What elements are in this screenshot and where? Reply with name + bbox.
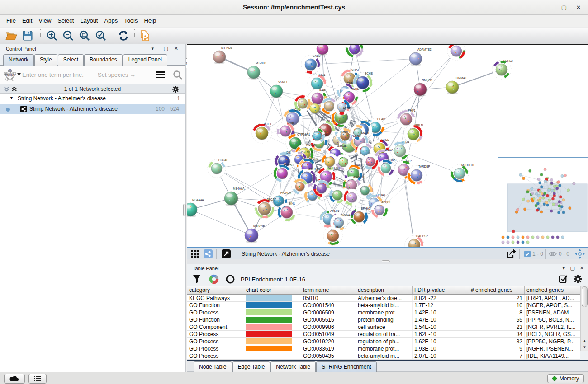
- string-share-button[interactable]: [204, 249, 213, 259]
- menu-help[interactable]: Help: [141, 15, 160, 26]
- gear-icon[interactable]: [574, 275, 582, 283]
- panel-menu-icon[interactable]: ▾: [562, 265, 565, 271]
- node-label: ACHE: [351, 87, 360, 90]
- network-collection-row[interactable]: ▼ String Network - Alzheimer's disease 1: [0, 94, 185, 104]
- table-row[interactable]: GO ProcessGO:0033619membrane prot...1.93…: [187, 345, 580, 352]
- column-header-FDR-p-value[interactable]: FDR p-value: [413, 286, 469, 294]
- divider-grip[interactable]: [382, 260, 390, 262]
- panel-float-icon[interactable]: ▢: [164, 46, 168, 52]
- table-row[interactable]: GO ComponentGO:0009986cell surface1.54E-…: [187, 323, 580, 331]
- title-bar[interactable]: Session: /tmp/enrichmentTest.cys — ▢ ✕: [0, 0, 588, 15]
- refresh-button[interactable]: [116, 29, 131, 42]
- table-row[interactable]: GO ProcessGO:0051049regulation of tra...…: [187, 331, 580, 338]
- select-columns-icon[interactable]: [559, 275, 568, 283]
- network-node[interactable]: [409, 52, 422, 66]
- zoom-fit-button[interactable]: [77, 29, 92, 42]
- string-logo-icon[interactable]: STRING: [3, 68, 17, 82]
- panel-close-icon[interactable]: ✕: [580, 265, 584, 271]
- network-node[interactable]: [310, 103, 320, 114]
- menu-file[interactable]: File: [3, 15, 19, 26]
- zoom-out-button[interactable]: [61, 29, 76, 42]
- column-header-chart-color[interactable]: chart color: [244, 286, 301, 294]
- network-node[interactable]: [224, 192, 238, 206]
- selected-count-label: 1 - 0: [532, 251, 543, 257]
- tab-edge-table[interactable]: Edge Table: [232, 361, 270, 373]
- birdseye-viewport[interactable]: [507, 184, 587, 232]
- close-button[interactable]: ✕: [575, 4, 582, 11]
- menu-view[interactable]: View: [35, 15, 54, 26]
- cloud-button[interactable]: [4, 374, 25, 384]
- maximize-button[interactable]: ▢: [560, 4, 568, 11]
- network-node[interactable]: [213, 51, 226, 64]
- string-options-button[interactable]: [156, 71, 165, 78]
- table-row[interactable]: GO FunctionGO:0001540beta-amyloid bi...1…: [187, 302, 580, 309]
- string-search-icon[interactable]: [173, 70, 183, 80]
- tab-string-enrichment[interactable]: STRING Enrichment: [316, 361, 376, 373]
- chevron-down-icon[interactable]: [17, 73, 21, 75]
- open-session-button[interactable]: [4, 29, 19, 42]
- column-header-description[interactable]: description: [356, 286, 413, 294]
- panel-float-icon[interactable]: ▢: [570, 265, 575, 271]
- scroll-up-button[interactable]: ▲: [581, 338, 588, 344]
- column-header--enriched-genes[interactable]: # enriched genes: [469, 286, 525, 294]
- zoom-in-button[interactable]: [45, 29, 59, 42]
- horizontal-divider[interactable]: [187, 259, 588, 264]
- network-node[interactable]: [270, 85, 283, 98]
- menu-tools[interactable]: Tools: [121, 15, 141, 26]
- table-row[interactable]: KEGG Pathways05010Alzheimer's dise...8.8…: [187, 295, 580, 302]
- tab-node-table[interactable]: Node Table: [194, 361, 232, 373]
- network-row-selected[interactable]: String Network - Alzheimer's disease 100…: [0, 104, 185, 114]
- network-node[interactable]: [345, 45, 365, 59]
- column-header-enriched-genes[interactable]: enriched genes: [525, 286, 580, 294]
- open-in-string-button[interactable]: [222, 249, 231, 259]
- network-node[interactable]: [414, 83, 427, 97]
- task-list-button[interactable]: [28, 374, 47, 384]
- menu-select[interactable]: Select: [54, 15, 77, 26]
- node-label: CHAT: [351, 68, 359, 71]
- table-row[interactable]: GO ProcessGO:0006509membrane prot...1.42…: [187, 309, 580, 316]
- panel-resize-grip[interactable]: [183, 204, 186, 216]
- tab-network[interactable]: Network: [3, 54, 34, 66]
- save-session-button[interactable]: [20, 29, 35, 42]
- panel-close-icon[interactable]: ✕: [174, 46, 178, 52]
- export-network-button[interactable]: [506, 249, 516, 259]
- set-species-label[interactable]: Set species →: [98, 71, 136, 78]
- tab-select[interactable]: Select: [58, 54, 84, 66]
- network-node[interactable]: [187, 203, 197, 217]
- table-scrollbar[interactable]: ▲ ▼: [580, 286, 588, 351]
- network-node[interactable]: [247, 66, 260, 80]
- column-header-term-name[interactable]: term name: [301, 286, 356, 294]
- panel-menu-icon[interactable]: ▾: [151, 46, 154, 52]
- menu-layout[interactable]: Layout: [77, 15, 101, 26]
- enrichment-table[interactable]: categorychart colorterm namedescriptionF…: [187, 286, 580, 360]
- minimize-button[interactable]: —: [545, 4, 552, 11]
- zoom-selected-button[interactable]: [94, 29, 108, 42]
- scroll-down-button[interactable]: ▼: [581, 344, 588, 351]
- network-node[interactable]: [245, 229, 258, 243]
- clone-network-button[interactable]: [138, 29, 152, 42]
- navigate-button[interactable]: [575, 249, 585, 259]
- network-view[interactable]: MT-ND2GAB2MT-ND1VSNL1IRS1CHATBCHEADAMTS2…: [187, 44, 588, 247]
- birdseye-toggle-button[interactable]: [191, 249, 199, 259]
- tab-boundaries[interactable]: Boundaries: [84, 54, 123, 66]
- menu-apps[interactable]: Apps: [101, 15, 121, 26]
- string-query-input[interactable]: Enter one term per line.: [22, 71, 84, 78]
- ring-chart-icon[interactable]: [225, 274, 235, 284]
- tree-expander-icon[interactable]: ▼: [9, 96, 14, 100]
- filter-icon[interactable]: [193, 275, 201, 283]
- network-node[interactable]: [446, 81, 459, 94]
- gear-icon[interactable]: [172, 86, 179, 93]
- scrollbar-thumb[interactable]: [582, 286, 588, 307]
- table-row[interactable]: GO ProcessGO:0019220regulation of ph...1…: [187, 338, 580, 345]
- tab-style[interactable]: Style: [34, 54, 57, 66]
- menu-edit[interactable]: Edit: [19, 15, 35, 26]
- tab-network-table[interactable]: Network Table: [270, 361, 316, 373]
- donut-chart-icon[interactable]: [209, 274, 219, 284]
- table-row[interactable]: GO ProcessGO:0050435beta-amyloid m...2.0…: [187, 352, 580, 360]
- table-row[interactable]: GO FunctionGO:0005515protein binding1.47…: [187, 316, 580, 323]
- tab-legend-panel[interactable]: Legend Panel: [123, 54, 167, 66]
- node-label: MS4A4A: [192, 198, 204, 201]
- column-header-category[interactable]: category: [187, 286, 244, 294]
- birds-eye-view[interactable]: [498, 157, 588, 245]
- memory-button[interactable]: Memory: [547, 374, 584, 383]
